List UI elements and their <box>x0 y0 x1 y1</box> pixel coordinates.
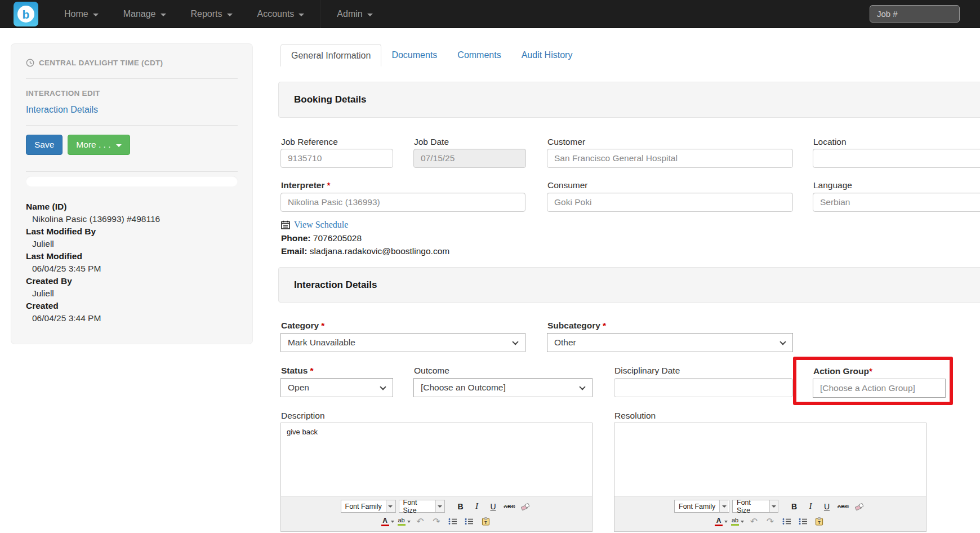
location-label: Location <box>813 137 847 148</box>
caret-down-icon <box>299 14 304 16</box>
unordered-list-icon <box>448 518 457 525</box>
outcome-label: Outcome <box>414 366 449 376</box>
language-input[interactable]: Serbian <box>813 193 980 212</box>
underline-button[interactable]: U <box>487 500 500 513</box>
redo-button[interactable]: ↷ <box>764 515 777 528</box>
font-size-select[interactable]: Font Size <box>732 500 778 513</box>
job-date-label: Job Date <box>414 137 449 148</box>
description-label: Description <box>281 411 325 421</box>
job-reference-input[interactable]: 9135710 <box>280 149 393 168</box>
subcategory-select[interactable]: Other <box>547 333 793 352</box>
outcome-select[interactable]: [Choose an Outcome] <box>413 378 593 397</box>
consumer-label: Consumer <box>547 180 588 191</box>
font-color-button[interactable]: A <box>715 515 728 528</box>
status-select[interactable]: Open <box>280 378 393 397</box>
disciplinary-date-input[interactable] <box>614 378 793 397</box>
menu-reports[interactable]: Reports <box>179 0 245 28</box>
sidebar-item-interaction-details[interactable]: Interaction Details <box>26 105 98 115</box>
tab-documents[interactable]: Documents <box>381 44 447 66</box>
resolution-editor-toolbar: Font Family Font Size B I U ABC A <box>614 496 926 531</box>
font-color-button[interactable]: A <box>381 515 394 528</box>
italic-button[interactable]: I <box>804 500 817 513</box>
meta-value: 06/04/25 3:44 PM <box>26 312 238 325</box>
meta-label: Created <box>26 300 238 312</box>
highlight-color-button[interactable]: ab <box>731 515 745 528</box>
logo-circle: b <box>17 6 34 23</box>
menu-home[interactable]: Home <box>52 0 111 28</box>
view-schedule-link[interactable]: View Schedule <box>281 220 348 230</box>
undo-button[interactable]: ↶ <box>413 515 427 528</box>
job-reference-label: Job Reference <box>281 137 338 148</box>
tab-comments[interactable]: Comments <box>447 44 511 66</box>
ordered-list-button[interactable] <box>462 515 476 528</box>
sidebar-divider <box>26 78 238 79</box>
interpreter-email: Email: sladjana.radakovic@boostlingo.com <box>281 246 449 256</box>
strikethrough-button[interactable]: ABC <box>503 500 516 513</box>
ordered-list-icon <box>465 518 474 525</box>
save-button[interactable]: Save <box>26 135 63 155</box>
interaction-edit-heading: INTERACTION EDIT <box>26 89 238 97</box>
chevron-down-icon <box>579 384 585 390</box>
undo-button[interactable]: ↶ <box>747 515 761 528</box>
paste-text-icon: T <box>815 517 823 526</box>
caret-down-icon <box>227 14 233 16</box>
disciplinary-date-label: Disciplinary Date <box>614 366 680 376</box>
meta-value: Juliell <box>26 287 238 300</box>
caret-down-icon <box>367 14 373 16</box>
menu-manage[interactable]: Manage <box>111 0 179 28</box>
interpreter-input[interactable]: Nikolina Pasic (136993) <box>280 193 525 212</box>
category-label: Category* <box>281 321 324 331</box>
bold-button[interactable]: B <box>454 500 467 513</box>
clock-icon <box>26 59 34 67</box>
menu-accounts[interactable]: Accounts <box>245 0 317 28</box>
strikethrough-button[interactable]: ABC <box>836 500 850 513</box>
remove-format-button[interactable] <box>853 500 866 513</box>
italic-button[interactable]: I <box>470 500 484 513</box>
tab-audit-history[interactable]: Audit History <box>511 44 583 66</box>
description-editor-toolbar: Font Family Font Size B I U ABC A <box>281 496 592 531</box>
more-button[interactable]: More . . . <box>68 135 130 155</box>
language-label: Language <box>813 180 852 191</box>
font-family-select[interactable]: Font Family <box>674 500 729 513</box>
unordered-list-icon <box>782 518 791 525</box>
sidebar-panel: CENTRAL DAYLIGHT TIME (CDT) INTERACTION … <box>11 44 252 344</box>
chevron-down-icon <box>512 339 518 345</box>
bold-button[interactable]: B <box>787 500 801 513</box>
description-textarea[interactable]: give back <box>281 423 592 496</box>
highlight-color-button[interactable]: ab <box>397 515 411 528</box>
job-number-input[interactable] <box>870 5 960 23</box>
paste-as-text-button[interactable]: T <box>813 515 826 528</box>
menu-admin[interactable]: Admin <box>324 0 385 28</box>
eraser-icon <box>855 503 865 510</box>
action-group-label: Action Group* <box>813 366 872 377</box>
ordered-list-button[interactable] <box>796 515 810 528</box>
navbar-divider <box>320 0 321 28</box>
remove-format-button[interactable] <box>519 500 533 513</box>
resolution-textarea[interactable] <box>614 423 926 496</box>
progress-track <box>26 176 238 186</box>
ordered-list-icon <box>799 518 808 525</box>
consumer-input[interactable]: Goki Poki <box>547 193 793 212</box>
paste-as-text-button[interactable]: T <box>479 515 492 528</box>
customer-input[interactable]: San Francisco General Hospital <box>547 149 793 168</box>
category-select[interactable]: Mark Unavailable <box>280 333 525 352</box>
chevron-down-icon <box>435 500 444 512</box>
unordered-list-button[interactable] <box>446 515 460 528</box>
description-editor: give back Font Family Font Size B I U AB… <box>280 423 593 532</box>
caret-down-icon <box>391 521 394 523</box>
svg-text:T: T <box>484 520 487 525</box>
unordered-list-button[interactable] <box>780 515 794 528</box>
boostlingo-logo[interactable]: b <box>14 2 38 26</box>
underline-button[interactable]: U <box>820 500 834 513</box>
font-family-select[interactable]: Font Family <box>341 500 396 513</box>
location-input[interactable] <box>813 149 980 168</box>
tab-bar: General Information Documents Comments A… <box>280 44 582 66</box>
caret-down-icon <box>407 521 411 523</box>
font-size-select[interactable]: Font Size <box>399 500 445 513</box>
tab-general-information[interactable]: General Information <box>280 44 381 66</box>
chevron-down-icon <box>380 384 386 390</box>
redo-button[interactable]: ↷ <box>430 515 443 528</box>
status-label: Status* <box>281 366 313 376</box>
main-menu: Home Manage Reports Accounts Admin <box>52 0 385 28</box>
action-group-select[interactable]: [Choose a Action Group] <box>813 379 946 398</box>
